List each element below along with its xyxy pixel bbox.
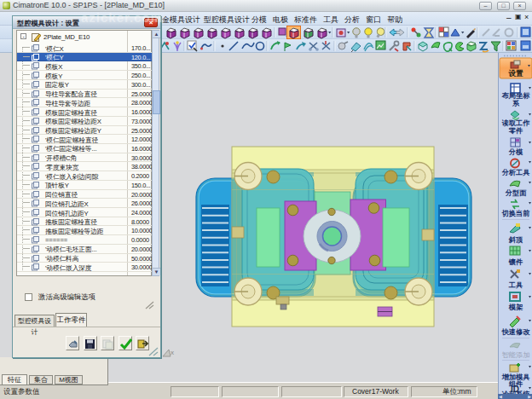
svg-text:x: x [171,349,174,356]
